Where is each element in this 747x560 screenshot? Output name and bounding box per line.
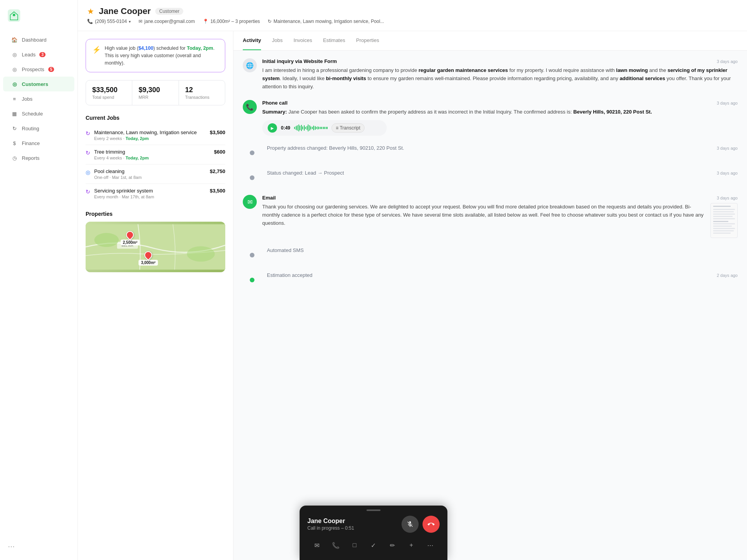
recurring-icon: ↻ [86, 130, 90, 136]
total-spend-label: Total spend [92, 95, 126, 100]
sidebar-item-reports[interactable]: ◷ Reports [3, 150, 74, 165]
customer-phone[interactable]: 📞 (209) 555-0104 ▾ [87, 19, 131, 24]
mute-button[interactable] [402, 516, 419, 533]
job-item: ◎ Pool cleaning One-off · Mar 1st, at 8a… [86, 164, 225, 184]
phone-icon-wrap: 📞 [243, 100, 257, 114]
email-thumbnail [710, 203, 738, 238]
activity-content-inquiry: Initial inquiry via Website Form 3 days … [262, 58, 738, 91]
map-pin-1: 2,500m² [121, 231, 140, 245]
customer-services: ↻ Maintenance, Lawn mowing, Irrigation s… [268, 19, 384, 24]
activity-content-email: Email 3 days ago Thank you for choosing … [262, 195, 738, 238]
dot-gray-sms [250, 253, 254, 257]
activity-item-status-change: Status changed: Lead → Prospect 3 days a… [243, 170, 738, 186]
call-status: Call in progress – 0:51 [307, 525, 354, 531]
highlight-box: ⚡ High value job ($4,100) scheduled for … [86, 39, 225, 72]
recurring-icon: ↻ [86, 189, 90, 195]
transactions-value: 12 [185, 86, 219, 94]
call-tool-edit[interactable]: ✏ [386, 538, 400, 552]
sidebar-item-label: Finance [22, 140, 40, 146]
leads-badge: 3 [39, 52, 46, 57]
sidebar-item-label: Schedule [22, 111, 43, 117]
customer-tag: Customer [155, 8, 183, 15]
customer-property-size: 📍 16,000m² – 3 properties [203, 19, 260, 24]
map-container: BEL AIR 2,500m² 3,000m² [86, 222, 225, 272]
sidebar-item-label: Prospects [22, 66, 44, 72]
customer-name-row: ★ Jane Cooper Customer [87, 6, 738, 16]
customer-header: ★ Jane Cooper Customer 📞 (209) 555-0104 … [78, 0, 747, 31]
svg-point-1 [13, 14, 15, 16]
dot-gray-icon [250, 150, 254, 155]
customer-star-icon: ★ [87, 7, 94, 16]
tab-estimates[interactable]: Estimates [323, 31, 345, 50]
call-bar-handle [366, 509, 381, 511]
location-icon: 📍 [203, 19, 209, 24]
leads-icon: ◎ [11, 51, 18, 58]
sidebar-item-customers[interactable]: ◎ Customers [3, 77, 74, 91]
main-content: ★ Jane Cooper Customer 📞 (209) 555-0104 … [78, 0, 747, 560]
left-panel: ⚡ High value job ($4,100) scheduled for … [78, 31, 233, 560]
play-button[interactable]: ▶ [268, 123, 277, 133]
current-jobs-title: Current Jobs [86, 115, 225, 121]
call-actions [402, 516, 440, 533]
sidebar-item-label: Dashboard [22, 37, 47, 43]
call-tool-more[interactable]: ⋯ [423, 538, 437, 552]
sidebar: 🏠 Dashboard ◎ Leads 3 ◎ Prospects 5 ◎ Cu… [0, 0, 78, 560]
phone-icon: 📞 [87, 19, 93, 24]
jobs-icon: ≡ [11, 95, 18, 102]
sidebar-item-prospects[interactable]: ◎ Prospects 5 [3, 62, 74, 77]
call-tool-phone[interactable]: 📞 [329, 538, 343, 552]
tab-activity[interactable]: Activity [243, 31, 261, 50]
activity-content-address: Property address changed: Beverly Hills,… [267, 145, 738, 161]
call-toolbar: ✉ 📞 □ ✓ ✏ + ⋯ [307, 538, 440, 552]
recurring-icon: ↻ [86, 150, 90, 156]
mrr-label: MRR [139, 95, 172, 100]
job-item: ↻ Servicing sprinkler system Every month… [86, 184, 225, 203]
tab-properties[interactable]: Properties [356, 31, 379, 50]
current-jobs-section: Current Jobs ↻ Maintenance, Lawn mowing,… [86, 115, 225, 203]
end-call-button[interactable] [423, 516, 440, 533]
pool-icon: ◎ [86, 169, 90, 175]
body-split: ⚡ High value job ($4,100) scheduled for … [78, 31, 747, 560]
properties-title: Properties [86, 211, 225, 217]
call-tool-email[interactable]: ✉ [310, 538, 324, 552]
email-icon-wrap: ✉ [243, 195, 257, 209]
dot-gray-icon-2 [250, 175, 254, 180]
call-name: Jane Cooper [307, 518, 354, 525]
transactions-label: Transactions [185, 95, 219, 100]
sidebar-item-dashboard[interactable]: 🏠 Dashboard [3, 32, 74, 47]
map-pin-2: 3,000m² [139, 251, 158, 266]
call-tool-add[interactable]: + [404, 538, 418, 552]
app-logo [0, 6, 77, 32]
sidebar-item-finance[interactable]: $ Finance [3, 136, 74, 150]
sidebar-item-schedule[interactable]: ▦ Schedule [3, 106, 74, 121]
right-panel: Activity Jobs Invoices Estimates Propert… [233, 31, 747, 560]
sidebar-bottom-dots: ⋯ [0, 539, 77, 554]
sidebar-item-leads[interactable]: ◎ Leads 3 [3, 47, 74, 62]
svg-point-6 [187, 246, 215, 261]
sidebar-item-label: Leads [22, 52, 35, 58]
highlight-text: High value job ($4,100) scheduled for To… [105, 45, 219, 66]
reports-icon: ◷ [11, 154, 18, 161]
customer-email[interactable]: ✉ jane.cooper@gmail.com [139, 19, 195, 24]
properties-section: Properties BEL AIR [86, 211, 225, 272]
dot-green-estimation [250, 278, 254, 282]
stat-total-spend: $33,500 Total spend [86, 80, 132, 105]
call-bar: Jane Cooper Call in progress – 0:51 ✉ 📞 … [300, 506, 447, 560]
sidebar-item-label: Jobs [22, 96, 32, 102]
transcript-button[interactable]: ≡ Transcript [331, 123, 365, 133]
sidebar-item-jobs[interactable]: ≡ Jobs [3, 91, 74, 106]
activity-item-sms: Automated SMS [243, 247, 738, 263]
tab-jobs[interactable]: Jobs [272, 31, 282, 50]
call-tool-square[interactable]: □ [347, 538, 361, 552]
email-icon: ✉ [139, 19, 142, 24]
activity-content-phone: Phone call 3 days ago Summary: Jane Coop… [262, 100, 738, 136]
prospects-icon: ◎ [11, 66, 18, 73]
activity-item-phone: 📞 Phone call 3 days ago Summary: Jane Co… [243, 100, 738, 136]
audio-time: 0:49 [281, 125, 290, 131]
call-tool-check[interactable]: ✓ [366, 538, 381, 552]
audio-player: ▶ 0:49 ≡ Transcript [262, 120, 387, 136]
tab-invoices[interactable]: Invoices [293, 31, 312, 50]
total-spend-value: $33,500 [92, 86, 126, 94]
sidebar-item-routing[interactable]: ↻ Routing [3, 121, 74, 136]
call-bar-top: Jane Cooper Call in progress – 0:51 [307, 516, 440, 533]
